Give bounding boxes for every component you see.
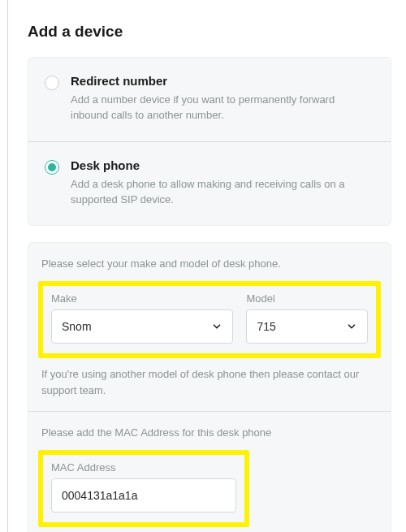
option-desk-phone[interactable]: Desk phone Add a desk phone to allow mak… — [28, 141, 391, 226]
option-description: Add a number device if you want to perma… — [71, 93, 371, 123]
option-title: Desk phone — [71, 158, 371, 172]
model-field: Model 715 — [246, 292, 368, 344]
mac-section: Please add the MAC Address for this desk… — [28, 411, 391, 532]
option-description: Add a desk phone to allow making and rec… — [71, 177, 371, 208]
model-label: Model — [246, 292, 368, 305]
make-select-value: Snom — [62, 320, 92, 333]
mac-label: MAC Address — [51, 461, 236, 474]
model-select-value: 715 — [257, 320, 275, 333]
mac-highlight: MAC Address 0004131a1a1a — [38, 450, 249, 527]
vertical-rule — [7, 0, 8, 532]
make-label: Make — [51, 292, 233, 305]
make-model-hint: If you're using another model of desk ph… — [41, 366, 378, 398]
desk-phone-config-card: Please select your make and model of des… — [28, 242, 391, 532]
mac-address-value: 0004131a1a1a — [62, 489, 137, 502]
make-select[interactable]: Snom — [51, 309, 233, 344]
chevron-down-icon — [211, 321, 222, 332]
mac-address-input[interactable]: 0004131a1a1a — [51, 478, 236, 513]
radio-checked-icon[interactable] — [45, 160, 59, 175]
model-select[interactable]: 715 — [246, 309, 368, 344]
option-title: Redirect number — [71, 74, 371, 88]
mac-field: MAC Address 0004131a1a1a — [51, 461, 236, 513]
make-model-section: Please select your make and model of des… — [28, 243, 391, 411]
mac-lead: Please add the MAC Address for this desk… — [41, 426, 378, 439]
option-redirect-number[interactable]: Redirect number Add a number device if y… — [28, 58, 391, 141]
page-title: Add a device — [28, 23, 391, 41]
chevron-down-icon — [346, 321, 357, 332]
radio-unchecked-icon[interactable] — [45, 76, 59, 90]
make-field: Make Snom — [51, 292, 233, 344]
make-model-highlight: Make Snom Model 715 — [38, 281, 381, 358]
device-type-card: Redirect number Add a number device if y… — [28, 57, 391, 226]
make-model-lead: Please select your make and model of des… — [41, 257, 378, 270]
